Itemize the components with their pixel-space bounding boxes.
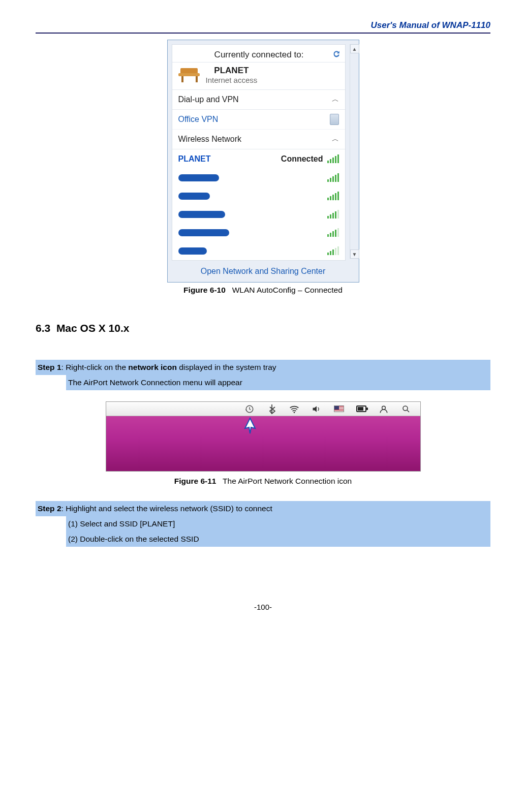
svg-point-3 [403, 406, 408, 411]
step-label: Step 2 [38, 504, 61, 513]
step-text: : Right-click on the [61, 363, 129, 371]
flyout-header: Currently connected to: [172, 45, 345, 63]
dialup-section[interactable]: Dial-up and VPN ︿ [172, 90, 345, 110]
mac-menubar [106, 401, 421, 472]
vpn-icon [330, 114, 339, 125]
scroll-thumb[interactable] [351, 55, 358, 247]
signal-icon [327, 229, 339, 237]
step-sub: (2) Double-click on the selected SSID [66, 532, 490, 547]
wireless-label: Wireless Network [178, 135, 241, 144]
scrollbar[interactable]: ▲ ▼ [350, 44, 359, 259]
chevron-up-icon: ︿ [332, 135, 339, 144]
figure-6-11: Figure 6-11 The AirPort Network Connecti… [36, 401, 490, 486]
scroll-down-icon[interactable]: ▼ [350, 249, 359, 259]
refresh-icon[interactable] [332, 50, 342, 58]
fastuser-icon[interactable] [379, 404, 389, 414]
header-rule [36, 33, 490, 34]
flag-icon[interactable] [334, 405, 344, 412]
battery-icon[interactable] [356, 405, 366, 412]
open-network-center-link[interactable]: Open Network and Sharing Center [168, 261, 359, 282]
bench-icon [178, 67, 201, 83]
section-num: 6.3 [36, 322, 50, 334]
figure-text: WLAN AutoConfig – Connected [232, 286, 343, 294]
wireless-section[interactable]: Wireless Network ︿ [172, 130, 345, 149]
wlan-flyout: ▲ ▼ Currently connected to: PLANET [167, 40, 359, 283]
network-row-connected[interactable]: PLANET Connected [172, 149, 345, 169]
figure-caption: Figure 6-10 WLAN AutoConfig – Connected [36, 286, 490, 295]
step-2-box: Step 2: Highlight and select the wireles… [36, 501, 490, 547]
figure-6-10: ▲ ▼ Currently connected to: PLANET [36, 40, 490, 295]
step-sub: The AirPort Network Connection menu will… [66, 375, 490, 390]
svg-point-2 [382, 406, 385, 410]
currently-connected-label: Currently connected to: [214, 50, 304, 59]
page-number: -100- [36, 603, 490, 621]
connection-status: Internet access [206, 76, 258, 84]
figure-caption: Figure 6-11 The AirPort Network Connecti… [36, 477, 490, 486]
network-row[interactable] [172, 169, 345, 187]
ssid-label: PLANET [178, 154, 211, 164]
timemachine-icon[interactable] [244, 404, 255, 414]
network-row[interactable] [172, 242, 345, 260]
chevron-up-icon: ︿ [332, 95, 339, 104]
dialup-label: Dial-up and VPN [178, 95, 239, 104]
redacted-ssid [178, 247, 207, 255]
connected-badge: Connected [281, 154, 323, 164]
signal-icon [327, 247, 339, 255]
signal-icon [327, 192, 339, 200]
page-header: User's Manual of WNAP-1110 [36, 20, 490, 30]
step-sub: (1) Select and SSID [PLANET] [66, 516, 490, 532]
signal-icon [327, 210, 339, 218]
figure-label: Figure 6-11 [174, 477, 216, 485]
redacted-ssid [178, 211, 225, 218]
step-text: : Highlight and select the wireless netw… [61, 504, 272, 513]
wifi-icon[interactable] [289, 405, 299, 413]
network-row[interactable] [172, 205, 345, 224]
redacted-ssid [178, 174, 219, 181]
vpn-label: Office VPN [178, 115, 219, 124]
section-heading: 6.3 Mac OS X 10.x [36, 322, 490, 334]
signal-icon [327, 155, 339, 163]
arrow-pointer-icon [243, 417, 257, 434]
step-1-box: Step 1: Right-click on the network icon … [36, 360, 490, 390]
volume-icon[interactable] [312, 405, 322, 413]
vpn-item[interactable]: Office VPN [172, 110, 345, 130]
signal-icon [327, 174, 339, 182]
bluetooth-icon[interactable] [267, 404, 277, 414]
scroll-up-icon[interactable]: ▲ [350, 44, 359, 53]
redacted-ssid [178, 193, 210, 200]
network-row[interactable] [172, 187, 345, 205]
svg-point-1 [293, 412, 295, 413]
step-text: displayed in the system tray [177, 363, 276, 371]
network-row[interactable] [172, 224, 345, 242]
figure-text: The AirPort Network Connection icon [223, 477, 352, 485]
connection-name: PLANET [206, 66, 258, 76]
section-title: Mac OS X 10.x [56, 322, 130, 334]
figure-label: Figure 6-10 [183, 286, 226, 294]
step-bold: network icon [128, 363, 177, 371]
spotlight-icon[interactable] [401, 404, 411, 414]
current-connection[interactable]: PLANET Internet access [172, 63, 345, 90]
step-label: Step 1 [38, 363, 61, 371]
redacted-ssid [178, 229, 229, 236]
